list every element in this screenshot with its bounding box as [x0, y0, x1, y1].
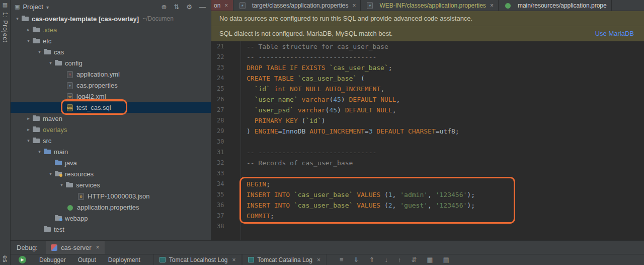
chevron-down-icon[interactable]: ▾	[47, 171, 54, 176]
line-number[interactable]: 23	[211, 62, 240, 73]
code-token	[353, 202, 357, 209]
tree-item-cas-overlay-template-cas-overlay[interactable]: ▾cas-overlay-template [cas-overlay]~/Doc…	[11, 13, 211, 24]
console-tab-tomcat-catalina-log[interactable]: Tomcat Catalina Log×	[242, 254, 327, 265]
tree-item-test[interactable]: test	[11, 224, 211, 235]
tree-item-java[interactable]: java	[11, 157, 211, 168]
project-view-selector[interactable]: ▣ Project	[15, 3, 49, 11]
line-number[interactable]: 26	[211, 94, 240, 105]
tree-item-maven[interactable]: ▸maven	[11, 113, 211, 124]
code-token: PRIMARY KEY	[255, 117, 302, 124]
editor-tab-on[interactable]: on×	[211, 0, 233, 11]
tree-item-test-cas-sql[interactable]: SQLtest_cas.sql	[11, 102, 211, 113]
close-icon[interactable]: ×	[224, 2, 228, 9]
chevron-down-icon[interactable]: ▾	[25, 38, 32, 43]
line-number[interactable]: 25	[211, 84, 240, 94]
code-token: VALUES	[357, 202, 384, 209]
tree-item-cas-properties[interactable]: #cas.properties	[11, 80, 211, 91]
line-number[interactable]: 31	[211, 147, 240, 158]
editor-tab-web-inf-classes-application-properties[interactable]: #WEB-INF/classes/application.properties×	[361, 0, 498, 11]
line-number[interactable]: 28	[211, 115, 240, 126]
close-icon[interactable]: ×	[490, 2, 494, 9]
close-icon[interactable]: ×	[317, 256, 320, 263]
line-number[interactable]: 34	[211, 179, 240, 189]
line-number[interactable]: 37	[211, 211, 240, 221]
tree-item-http-10000003-json[interactable]: {}HTTP-10000003.json	[11, 190, 211, 202]
close-icon[interactable]: ×	[352, 2, 356, 9]
chevron-down-icon[interactable]: ▾	[36, 149, 43, 154]
tree-item-label: java	[65, 159, 77, 167]
swap-rows-icon[interactable]: ⇵	[411, 256, 417, 263]
line-number[interactable]: 33	[211, 168, 240, 179]
close-icon[interactable]: ×	[232, 256, 236, 263]
debug-tab-cas-server[interactable]: cas-server ×	[46, 241, 105, 254]
code-token: =utf8;	[436, 127, 459, 135]
tool-tab-deployment[interactable]: Deployment	[102, 256, 146, 263]
line-number[interactable]: 36	[211, 200, 240, 211]
tree-item-etc[interactable]: ▾etc	[11, 35, 211, 46]
line-number[interactable]: 32	[211, 158, 240, 168]
collapse-all-icon[interactable]: ⇅	[174, 3, 179, 11]
line-number[interactable]: 27	[211, 105, 240, 115]
chevron-down-icon[interactable]: ▾	[58, 182, 65, 187]
code-token: ,	[428, 202, 436, 209]
chevron-right-icon[interactable]: ▸	[25, 127, 32, 132]
folder-icon	[21, 15, 30, 23]
line-number[interactable]: 21	[211, 41, 240, 52]
chevron-down-icon[interactable]: ▾	[36, 49, 43, 54]
code-text: `id` int NOT NULL AUTO_INCREMENT,	[240, 84, 384, 94]
line-number[interactable]: 35	[211, 189, 240, 200]
console-tab-tomcat-localhost-log[interactable]: Tomcat Localhost Log×	[153, 254, 242, 265]
tool-window-button-project[interactable]: 1: Project	[2, 12, 9, 43]
list-view-icon[interactable]: ▤	[443, 256, 449, 263]
tree-item-main[interactable]: ▾main	[11, 146, 211, 157]
grid-view-icon[interactable]: ▦	[427, 256, 433, 263]
window-grid-icon[interactable]: ▦	[3, 2, 8, 8]
chevron-down-icon[interactable]: ▾	[25, 138, 32, 143]
code-line: 25 `id` int NOT NULL AUTO_INCREMENT,	[211, 84, 644, 94]
arrow-up-icon[interactable]: ↑	[398, 256, 401, 263]
tree-item-webapp[interactable]: webapp	[11, 213, 211, 224]
tree-item-log4j2-xml[interactable]: <>log4j2.xml	[11, 91, 211, 102]
tree-item-cas[interactable]: ▾cas	[11, 46, 211, 57]
hide-panel-icon[interactable]: —	[199, 3, 206, 11]
chevron-down-icon[interactable]: ▾	[47, 60, 54, 65]
chevron-right-icon[interactable]: ▸	[25, 27, 32, 32]
line-number[interactable]: 29	[211, 126, 240, 137]
tree-item-overlays[interactable]: ▸overlays	[11, 124, 211, 135]
line-number[interactable]: 38	[211, 221, 240, 232]
chevron-right-icon[interactable]: ▸	[25, 116, 32, 121]
locate-file-icon[interactable]: ⊕	[162, 3, 167, 11]
banner-link-use-mariadb[interactable]: Use MariaDB	[595, 30, 636, 37]
close-icon[interactable]: ×	[96, 244, 100, 251]
resume-program-icon[interactable]: ▶	[19, 256, 26, 263]
code-line: 30	[211, 137, 644, 147]
tree-item-application-yml[interactable]: Yapplication.yml	[11, 69, 211, 80]
tree-item-resources[interactable]: ▾resources	[11, 168, 211, 179]
code-editor[interactable]: 21-- Table structure for cas_user_base22…	[211, 41, 644, 240]
code-token: '123456'	[436, 202, 467, 209]
editor-tab-main-resources-application-prope[interactable]: main/resources/application.prope	[499, 0, 612, 11]
code-token: 45	[333, 96, 341, 103]
settings-gear-icon[interactable]: ⚙	[186, 3, 192, 11]
code-line: 21-- Table structure for cas_user_base	[211, 41, 644, 52]
line-number[interactable]: 24	[211, 73, 240, 84]
tree-item-application-properties[interactable]: application.properties	[11, 202, 211, 213]
chevron-down-icon[interactable]: ▾	[14, 16, 21, 21]
editor-tab-target-classes-application-properties[interactable]: #target/classes/application.properties×	[233, 0, 361, 11]
tree-item-idea[interactable]: ▸.idea	[11, 24, 211, 35]
line-number[interactable]: 22	[211, 52, 240, 62]
scroll-up-icon[interactable]: ⇑	[369, 256, 374, 263]
tool-window-button-bottom[interactable]: es	[2, 255, 9, 263]
code-token: )	[341, 96, 349, 103]
folder-icon	[43, 225, 52, 233]
line-number[interactable]: 30	[211, 137, 240, 147]
hamburger-menu-icon[interactable]: ≡	[340, 256, 344, 263]
tree-item-src[interactable]: ▾src	[11, 135, 211, 146]
arrow-down-icon[interactable]: ↓	[384, 256, 388, 263]
tool-tab-debugger[interactable]: Debugger	[33, 256, 72, 263]
scroll-down-icon[interactable]: ⇓	[354, 256, 359, 263]
code-text: -- ------------------------------	[240, 147, 376, 158]
tree-item-services[interactable]: ▾services	[11, 179, 211, 190]
tool-tab-output[interactable]: Output	[72, 256, 102, 263]
tree-item-config[interactable]: ▾config	[11, 57, 211, 69]
